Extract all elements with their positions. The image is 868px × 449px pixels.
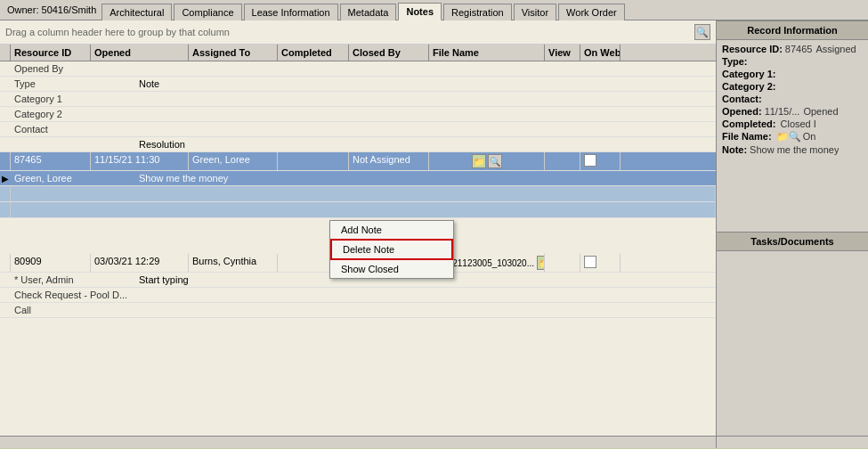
horizontal-scrollbar[interactable] [0, 436, 716, 448]
cell-opened-2: 03/03/21 12:29 [91, 254, 189, 272]
col-header-onweb[interactable]: On Web [580, 45, 621, 61]
col-header-completed[interactable]: Completed [278, 45, 349, 61]
file-search-icon[interactable]: 🔍 [488, 154, 502, 168]
label-cat1: Category 1 [11, 92, 135, 106]
tab-compliance[interactable]: Compliance [174, 4, 241, 20]
cell-assigned-1: Green, Loree [189, 152, 278, 170]
tab-registration[interactable]: Registration [443, 4, 512, 20]
cell-completed-1 [278, 152, 349, 170]
tab-lease-information[interactable]: Lease Information [244, 4, 338, 20]
col-header-opened[interactable]: Opened [91, 45, 189, 61]
label-contact: Contact [11, 122, 135, 136]
field-cat2: Category 2: [722, 81, 863, 92]
tasks-docs-content [717, 251, 868, 436]
cell-view-1 [545, 152, 580, 170]
onweb-checkbox-1[interactable] [584, 154, 596, 167]
cell-onweb-2 [580, 254, 621, 272]
subrow-value-row2b [135, 288, 716, 302]
label-cat2-r: Category 2: [722, 81, 776, 92]
context-menu-add-note[interactable]: Add Note [330, 221, 453, 239]
subrow-type: Type Note [0, 77, 716, 92]
tab-work-order[interactable]: Work Order [558, 4, 625, 20]
subrow-cat1: Category 1 [0, 92, 716, 107]
value-resource-id: 87465 [785, 44, 813, 54]
field-filename: File Name: 📁 🔍 On [722, 131, 863, 143]
value-note-r: Show me the money [750, 144, 839, 155]
tab-notes[interactable]: Notes [398, 3, 442, 20]
search-button[interactable]: 🔍 [694, 24, 710, 40]
label-resource-id: Resource ID: [722, 44, 783, 54]
label-cat2: Category 2 [11, 107, 135, 121]
value-on-r: On [803, 131, 816, 143]
value-resolution: Resolution [135, 137, 716, 151]
value-opened2-r: Opened [803, 106, 838, 117]
right-scrollbar[interactable] [717, 436, 868, 448]
tasks-docs-title: Tasks/Documents [717, 232, 868, 251]
field-cat1: Category 1: [722, 69, 863, 79]
tab-architectural[interactable]: Architectural [101, 4, 172, 20]
subrow-value-note1: Show me the money [135, 171, 716, 185]
field-contact: Contact: [722, 94, 863, 104]
file-open-icon[interactable]: 📁 [472, 154, 486, 168]
subrow-resolution: Resolution [0, 137, 716, 152]
subrow-contact: Contact [0, 122, 716, 137]
subrow-note-row1: ▶ Green, Loree Show me the money [0, 171, 716, 186]
field-opened: Opened: 11/15/... Opened [722, 106, 863, 117]
label-completed-r: Completed: [722, 118, 776, 129]
cell-view-2 [545, 254, 580, 272]
tab-visitor[interactable]: Visitor [514, 4, 556, 20]
label-type: Type [11, 77, 135, 91]
subrow-label-name1: Green, Loree [11, 171, 135, 185]
table-row-empty1 [0, 186, 716, 202]
cell-resource-2: 80909 [11, 254, 91, 272]
value-opened-by [135, 61, 716, 76]
label-filename-r: File Name: [722, 131, 772, 143]
label-resolution [11, 137, 135, 151]
subrow-label-row2a: * User, Admin [11, 273, 135, 287]
context-menu-show-closed[interactable]: Show Closed [330, 260, 453, 278]
owner-label: Owner: 50416/Smith [2, 3, 101, 17]
table-row-empty2 [0, 202, 716, 218]
subrow-row2-c: Call [0, 303, 716, 318]
subrow-label-row2c: Call [11, 303, 135, 317]
file-open-icon-2[interactable]: 📁 [537, 256, 545, 270]
col-header-resource[interactable]: Resource ID [11, 45, 91, 61]
grid-header: Resource ID Opened Assigned To Completed… [0, 45, 716, 61]
label-note-r: Note: [722, 144, 747, 155]
value-opened-r: 11/15/... [765, 106, 800, 117]
value-cat1 [135, 92, 716, 106]
value-assigned: Assigned [815, 44, 856, 54]
cell-assigned-2: Burns, Cynthia [189, 254, 278, 272]
right-pane: Record Information Resource ID: 87465 As… [717, 20, 868, 448]
tab-metadata[interactable]: Metadata [340, 4, 397, 20]
col-header-filename[interactable]: File Name [429, 45, 545, 61]
value-cat2 [135, 107, 716, 121]
cell-filename-1: 📁 🔍 [429, 152, 545, 170]
table-row[interactable]: 87465 11/15/21 11:30 Green, Loree Not As… [0, 152, 716, 171]
col-header-assigned[interactable]: Assigned To [189, 45, 278, 61]
col-indicator [0, 45, 11, 61]
label-opened-r: Opened: [722, 106, 762, 117]
col-header-closedby[interactable]: Closed By [349, 45, 429, 61]
onweb-checkbox-2[interactable] [584, 256, 596, 268]
center-pane: Drag a column header here to group by th… [0, 20, 717, 448]
subrow-value-row2c [135, 303, 716, 317]
col-header-view[interactable]: View [545, 45, 580, 61]
row-indicator-2 [0, 254, 11, 272]
label-cat1-r: Category 1: [722, 69, 776, 79]
record-info-content: Resource ID: 87465 Assigned Type: Catego… [717, 40, 868, 232]
value-type: Note [135, 77, 716, 91]
cell-onweb-1 [580, 152, 621, 170]
row-indicator-1 [0, 152, 11, 170]
label-opened-by: Opened By [11, 61, 135, 76]
search-bar: Drag a column header here to group by th… [0, 20, 716, 45]
subrow-label-row2b: Check Request - Pool D... [11, 288, 135, 302]
record-info-title: Record Information [717, 20, 868, 40]
label-contact-r: Contact: [722, 94, 762, 104]
field-note: Note: Show me the money [722, 144, 863, 155]
field-type: Type: [722, 56, 863, 67]
grid-body: Opened By Type Note Category 1 Category … [0, 61, 716, 436]
subrow-row2-b: Check Request - Pool D... [0, 288, 716, 303]
context-menu-delete-note[interactable]: Delete Note [330, 239, 453, 260]
cell-opened-1: 11/15/21 11:30 [91, 152, 189, 170]
